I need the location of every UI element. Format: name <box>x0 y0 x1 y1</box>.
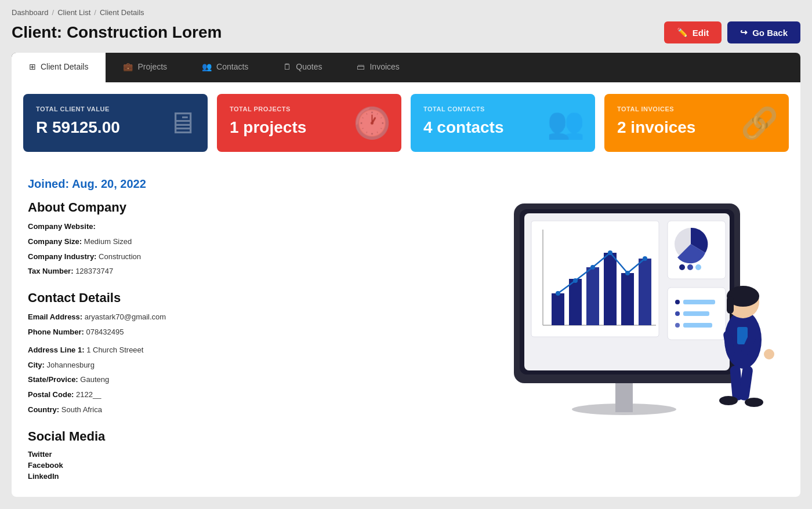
svg-point-14 <box>556 291 560 296</box>
clock-icon: 🕐 <box>353 106 391 141</box>
phone-label: Phone Number: <box>28 328 84 336</box>
address1-label: Address Line 1: <box>28 346 85 354</box>
go-back-button[interactable]: ↪ Go Back <box>727 21 800 43</box>
svg-point-28 <box>675 311 680 316</box>
tab-projects[interactable]: 💼 Projects <box>106 53 184 82</box>
svg-rect-1 <box>615 383 633 412</box>
svg-point-15 <box>573 278 578 283</box>
svg-rect-27 <box>683 300 715 304</box>
stat-card-client-value: TOTAL CLIENT VALUE R 59125.00 🖥 <box>23 94 208 152</box>
svg-point-30 <box>675 323 680 328</box>
tax-label: Tax Number: <box>28 267 74 275</box>
stat-card-contacts: TOTAL CONTACTS 4 contacts 👥 <box>411 94 595 152</box>
country-row: Country: South Africa <box>28 404 462 416</box>
tab-quotes[interactable]: 🗒 Quotes <box>266 53 339 82</box>
content-area: Joined: Aug. 20, 2022 About Company Comp… <box>12 163 800 497</box>
breadcrumb-client-details: Client Details <box>100 8 144 17</box>
svg-rect-9 <box>569 279 582 325</box>
city-value: Johannesburg <box>47 361 95 369</box>
svg-point-42 <box>719 396 738 405</box>
header-buttons: ✏️ Edit ↪ Go Back <box>664 21 800 43</box>
quotes-icon: 🗒 <box>283 62 291 71</box>
svg-point-18 <box>625 271 630 275</box>
tax-value: 128373747 <box>75 267 113 275</box>
city-row: City: Johannesburg <box>28 359 462 372</box>
stat-card-invoices: TOTAL INVOICES 2 invoices 🔗 <box>604 94 789 152</box>
link-icon: 🔗 <box>741 106 778 141</box>
company-size-row: Company Size: Medium Sized <box>28 236 462 248</box>
svg-point-17 <box>608 250 612 255</box>
svg-point-19 <box>643 256 647 261</box>
phone-value: 078432495 <box>86 328 124 336</box>
svg-point-43 <box>745 398 763 407</box>
dashboard-illustration <box>485 177 786 421</box>
breadcrumb-dashboard[interactable]: Dashboard <box>12 8 49 17</box>
size-value: Medium Sized <box>84 237 132 246</box>
address1-row: Address Line 1: 1 Church Streeet <box>28 344 462 357</box>
svg-point-16 <box>590 265 595 270</box>
tab-invoices[interactable]: 🗃 Invoices <box>339 53 416 82</box>
svg-point-23 <box>687 264 693 270</box>
email-value: aryastark70@gmail.com <box>85 312 166 321</box>
address1-value: 1 Church Streeet <box>86 346 143 354</box>
svg-rect-35 <box>727 296 734 314</box>
about-company-title: About Company <box>28 200 462 215</box>
grid-icon: ⊞ <box>29 62 36 71</box>
company-industry-row: Company Industry: Construction <box>28 251 462 263</box>
company-website-row: Company Website: <box>28 221 462 233</box>
tab-client-details[interactable]: ⊞ Client Details <box>12 53 106 82</box>
svg-point-24 <box>695 264 701 270</box>
email-row: Email Address: aryastark70@gmail.com <box>28 311 462 323</box>
svg-rect-12 <box>621 273 634 325</box>
website-label: Company Website: <box>28 222 96 231</box>
goback-icon: ↪ <box>740 27 748 38</box>
industry-label: Company Industry: <box>28 252 96 261</box>
facebook-link[interactable]: Facebook <box>28 461 462 470</box>
main-card: ⊞ Client Details 💼 Projects 👥 Contacts 🗒… <box>12 53 800 497</box>
svg-rect-13 <box>639 259 651 325</box>
linkedin-link[interactable]: LinkedIn <box>28 472 462 481</box>
state-value: Gauteng <box>80 375 109 384</box>
page-header: Client: Construction Lorem ✏️ Edit ↪ Go … <box>0 21 812 53</box>
contact-details-title: Contact Details <box>28 290 462 306</box>
svg-rect-8 <box>552 293 564 325</box>
joined-date: Joined: Aug. 20, 2022 <box>28 177 462 191</box>
email-label: Email Address: <box>28 312 82 321</box>
edit-button[interactable]: ✏️ Edit <box>664 21 722 43</box>
svg-point-22 <box>679 264 685 270</box>
size-label: Company Size: <box>28 237 82 246</box>
twitter-link[interactable]: Twitter <box>28 450 462 459</box>
tabs-bar: ⊞ Client Details 💼 Projects 👥 Contacts 🗒… <box>12 53 800 82</box>
people-icon: 👥 <box>547 106 585 141</box>
city-label: City: <box>28 361 45 369</box>
stat-cards: TOTAL CLIENT VALUE R 59125.00 🖥 TOTAL PR… <box>12 82 800 163</box>
svg-rect-10 <box>586 267 599 325</box>
breadcrumb: Dashboard / Client List / Client Details <box>0 0 812 21</box>
stat-card-projects: TOTAL PROJECTS 1 projects 🕐 <box>217 94 401 152</box>
svg-rect-11 <box>604 253 617 325</box>
monitor-icon: 🖥 <box>167 106 197 140</box>
svg-point-39 <box>764 349 774 359</box>
breadcrumb-client-list[interactable]: Client List <box>57 8 90 17</box>
tab-contacts[interactable]: 👥 Contacts <box>184 53 266 82</box>
edit-icon: ✏️ <box>677 27 688 38</box>
invoices-icon: 🗃 <box>357 62 365 71</box>
state-row: State/Provice: Gauteng <box>28 374 462 386</box>
contacts-icon: 👥 <box>202 62 212 71</box>
postal-label: Postal Code: <box>28 390 74 399</box>
country-value: South Africa <box>61 405 102 414</box>
svg-rect-31 <box>683 323 712 328</box>
industry-value: Construction <box>99 252 141 261</box>
postal-value: 2122__ <box>76 390 101 399</box>
briefcase-icon: 💼 <box>123 62 133 71</box>
page-title: Client: Construction Lorem <box>12 23 222 42</box>
phone-row: Phone Number: 078432495 <box>28 326 462 339</box>
postal-row: Postal Code: 2122__ <box>28 389 462 401</box>
svg-rect-29 <box>683 311 709 316</box>
country-label: Country: <box>28 405 59 414</box>
tax-number-row: Tax Number: 128373747 <box>28 266 462 278</box>
left-column: Joined: Aug. 20, 2022 About Company Comp… <box>28 177 462 483</box>
state-label: State/Provice: <box>28 375 78 384</box>
social-media-title: Social Media <box>28 429 462 444</box>
svg-point-26 <box>675 300 680 304</box>
